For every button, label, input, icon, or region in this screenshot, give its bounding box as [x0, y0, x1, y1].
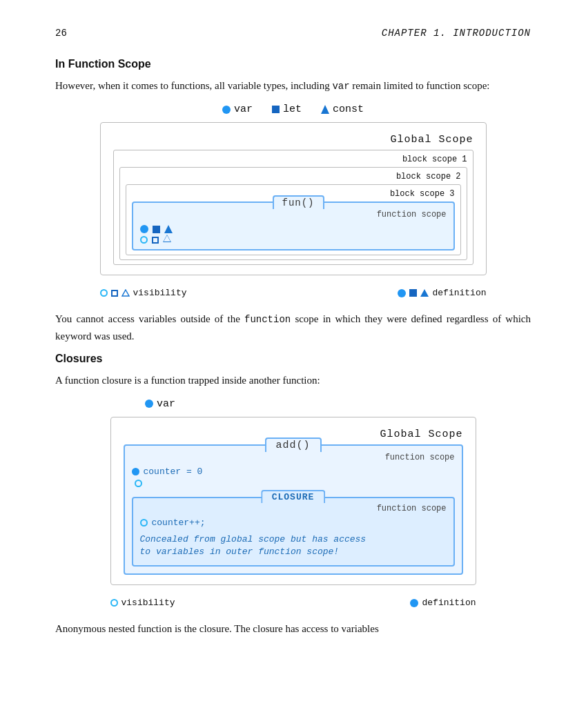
- legend-const: const: [321, 104, 364, 115]
- let-square-icon: [272, 106, 280, 113]
- chapter-title: CHAPTER 1. INTRODUCTION: [382, 28, 531, 39]
- diag2-definition-filled-circle-icon: [410, 599, 418, 607]
- diag1-fun-box: fun() function scope: [132, 201, 455, 250]
- diagram2-wrapper: Global Scope add() function scope counte…: [55, 417, 531, 608]
- diag2-bottom-legend: visibility definition: [110, 598, 476, 608]
- diag1-function-scope-label: function scope: [140, 210, 447, 219]
- diag1-block2: block scope 2 block scope 3 fun() functi…: [119, 167, 467, 260]
- closures-var-dot-icon: [145, 400, 153, 408]
- legend-let: let: [272, 104, 302, 115]
- diag2-concealed-line1: Concealed from global scope but has acce…: [140, 533, 447, 546]
- definition-filled-triangle-icon: [420, 289, 429, 297]
- diag2-concealed-text: Concealed from global scope but has acce…: [140, 533, 447, 558]
- diag2-counter-open-circle-icon: [135, 480, 142, 487]
- diag1-block-scope-2-label: block scope 2: [126, 172, 461, 181]
- diag1-visibility-legend: visibility: [100, 288, 187, 298]
- section1-title: In Function Scope: [55, 58, 531, 70]
- diag2-counter-pp-row: counter++;: [140, 518, 447, 528]
- diag1-definition-legend: definition: [398, 288, 486, 298]
- diagram1: Global Scope block scope 1 block scope 2…: [100, 122, 487, 275]
- para-after-diagram1: You cannot access variables outside of t…: [55, 311, 531, 344]
- closures-var-label: var: [157, 398, 175, 410]
- diag2-definition-legend: definition: [410, 598, 476, 608]
- final-paragraph: Anonymous nested function is the closure…: [55, 620, 531, 637]
- diag2-counter-pp-label: counter++;: [152, 518, 206, 528]
- closures-legend: var: [55, 398, 531, 410]
- visibility-open-circle-icon: [100, 289, 108, 297]
- var-filled-icon: [140, 225, 148, 233]
- diag2-visibility-legend: visibility: [110, 598, 175, 608]
- diag2-closure-tab: CLOSURE: [261, 490, 326, 503]
- let-open-icon: [152, 237, 159, 244]
- var-open-icon: [140, 236, 148, 244]
- diag2-inner-function-scope-label: function scope: [140, 504, 447, 513]
- diag1-block3: block scope 3 fun() function scope: [126, 184, 461, 255]
- diagram1-wrapper: Global Scope block scope 1 block scope 2…: [55, 122, 531, 298]
- visibility-open-square-icon: [111, 290, 118, 297]
- diag1-filled-icons-row: [140, 225, 447, 233]
- var-dot-icon: [222, 106, 231, 114]
- diag1-open-icons-row: [140, 236, 447, 244]
- page-header: 26 CHAPTER 1. INTRODUCTION: [55, 28, 531, 39]
- diag2-visibility-label: visibility: [121, 598, 175, 608]
- diagram2: Global Scope add() function scope counte…: [110, 417, 476, 585]
- definition-filled-circle-icon: [398, 289, 406, 297]
- diag2-counterpp-open-circle-icon: [140, 519, 148, 527]
- var-label: var: [234, 104, 253, 115]
- diag2-definition-label: definition: [422, 598, 476, 608]
- diag1-block1: block scope 1 block scope 2 block scope …: [113, 150, 473, 265]
- let-label: let: [283, 104, 302, 115]
- const-triangle-icon: [321, 105, 329, 114]
- diag2-counter-init-label: counter = 0: [144, 466, 203, 477]
- var-let-const-legend: var let const: [55, 104, 531, 115]
- diag1-icons: [140, 225, 447, 244]
- diag2-outer-function-scope-label: function scope: [132, 453, 455, 462]
- diag2-concealed-line2: to variables in outer function scope!: [140, 546, 447, 558]
- diag2-add-box: add() function scope counter = 0 CLOSURE…: [124, 444, 463, 575]
- definition-label: definition: [432, 288, 486, 298]
- diag1-bottom-legend: visibility definition: [100, 288, 487, 298]
- svg-marker-0: [122, 290, 129, 296]
- let-filled-icon: [153, 226, 160, 233]
- visibility-open-triangle-icon: [121, 289, 130, 297]
- diag2-closure-box: CLOSURE function scope counter++; Concea…: [132, 497, 455, 567]
- const-filled-icon: [164, 225, 173, 233]
- diag2-add-tab: add(): [264, 437, 321, 452]
- section2-title: Closures: [55, 353, 531, 365]
- diag1-fun-tab: fun(): [272, 195, 324, 209]
- definition-filled-square-icon: [409, 289, 417, 297]
- diag2-counter-init-row: counter = 0: [132, 466, 455, 477]
- diag1-block-scope-1-label: block scope 1: [119, 155, 467, 164]
- visibility-label: visibility: [133, 288, 187, 298]
- section2-paragraph: A function closure is a function trapped…: [55, 372, 531, 388]
- legend-var: var: [222, 104, 253, 115]
- section1-paragraph: However, when it comes to functions, all…: [55, 77, 531, 94]
- diag2-visibility-open-circle-icon: [110, 599, 118, 607]
- closures-var-legend: var: [145, 398, 175, 410]
- const-open-icon: [163, 236, 171, 244]
- diag2-counter-dot-icon: [132, 468, 139, 475]
- page-number: 26: [55, 28, 67, 39]
- diag1-global-scope-label: Global Scope: [113, 134, 473, 146]
- const-label: const: [333, 104, 364, 115]
